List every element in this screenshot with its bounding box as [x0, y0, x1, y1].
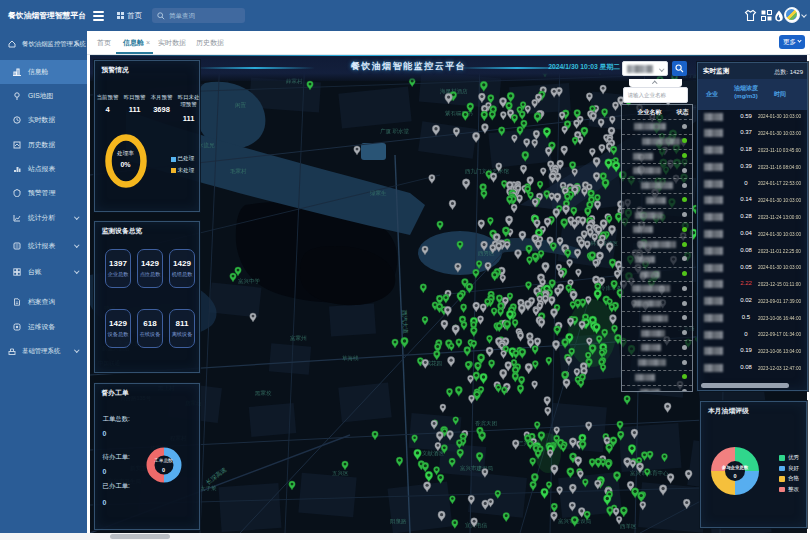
- svg-text:绿家生: 绿家生: [370, 190, 387, 196]
- svg-text:草海线: 草海线: [342, 355, 359, 362]
- svg-text:富家州: 富家州: [290, 335, 307, 341]
- svg-text:黑家坟: 黑家坟: [255, 390, 272, 396]
- svg-text:阳泉路: 阳泉路: [390, 518, 407, 525]
- svg-text:香滨天团: 香滨天团: [475, 420, 497, 427]
- svg-text:富兴市建设局: 富兴市建设局: [460, 465, 494, 472]
- svg-text:毛家村: 毛家村: [230, 168, 247, 175]
- svg-text:文献酒区: 文献酒区: [422, 450, 445, 457]
- svg-text:西羊区: 西羊区: [620, 523, 637, 530]
- svg-text:太子菜: 太子菜: [200, 485, 217, 491]
- svg-text:紫石疆图书: 紫石疆图书: [445, 110, 473, 117]
- svg-text:广厦 职水堂: 广厦 职水堂: [380, 128, 410, 135]
- svg-text:五兴区: 五兴区: [332, 470, 349, 476]
- svg-text:闲置: 闲置: [235, 102, 247, 109]
- svg-text:富兴中学: 富兴中学: [238, 278, 261, 284]
- svg-text:水流兄: 水流兄: [198, 142, 215, 149]
